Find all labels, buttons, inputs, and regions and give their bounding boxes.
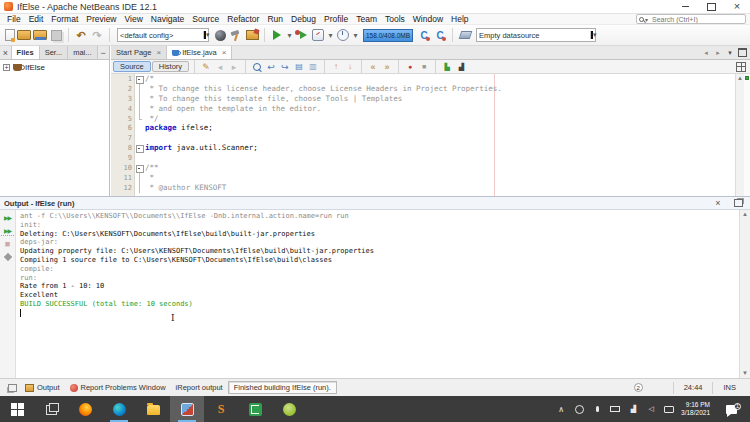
menu-view[interactable]: View: [121, 14, 147, 25]
close-tab-icon[interactable]: ×: [156, 48, 161, 57]
new-file-icon[interactable]: [4, 28, 15, 42]
status-button-output[interactable]: Output: [25, 383, 60, 392]
new-project-icon[interactable]: [17, 28, 31, 42]
dropdown-icon[interactable]: [352, 28, 359, 42]
eraser-icon[interactable]: [458, 28, 472, 42]
taskbar-firefox-button[interactable]: [68, 396, 102, 422]
close-button[interactable]: [725, 0, 749, 14]
dropdown-icon[interactable]: [327, 28, 334, 42]
next-bookmark-icon[interactable]: [381, 61, 393, 73]
taskbar-start-button[interactable]: [0, 396, 34, 422]
code-editor[interactable]: 1/*2 * To change this license header, ch…: [111, 74, 750, 196]
find-icon[interactable]: [251, 61, 263, 73]
code-line[interactable]: 7: [111, 133, 750, 143]
run-icon[interactable]: [270, 28, 284, 42]
tray-expand-icon[interactable]: [556, 404, 566, 414]
output-scrollbar[interactable]: ▲ ▼: [739, 210, 750, 378]
taskbar-netbeans-button[interactable]: [170, 396, 204, 422]
taskbar-app-s-button[interactable]: [204, 396, 238, 422]
record-macro-icon[interactable]: [404, 61, 416, 73]
taskbar-task-view-button[interactable]: [34, 396, 68, 422]
split-editor-icon[interactable]: [735, 61, 747, 73]
clean-build-icon[interactable]: [245, 28, 259, 42]
gc-2-icon[interactable]: [433, 28, 447, 42]
scroll-up-icon[interactable]: ▲: [736, 74, 744, 82]
menu-tools[interactable]: Tools: [381, 14, 409, 25]
no-errors-badge[interactable]: [745, 76, 749, 80]
editor-scrollbar[interactable]: ▲: [735, 74, 744, 196]
stop-macro-icon[interactable]: [418, 61, 430, 73]
action-center-button[interactable]: 1: [716, 405, 746, 414]
debug-icon[interactable]: [295, 28, 309, 42]
menu-window[interactable]: Window: [409, 14, 447, 25]
scroll-up-icon[interactable]: ▲: [740, 210, 750, 219]
uncomment-icon[interactable]: [455, 61, 467, 73]
maximize-view-icon[interactable]: [737, 46, 747, 60]
taskbar-app-e-button[interactable]: [238, 396, 272, 422]
taskbar-edge-button[interactable]: [102, 396, 136, 422]
menu-help[interactable]: Help: [447, 14, 472, 25]
fold-marker[interactable]: [132, 74, 145, 84]
prev-occurrence-icon[interactable]: [330, 61, 342, 73]
menu-source[interactable]: Source: [188, 14, 223, 25]
back-arrow-icon[interactable]: [265, 61, 277, 73]
close-output-icon[interactable]: [711, 196, 725, 210]
code-line[interactable]: 1/*: [111, 74, 750, 84]
tab-scroll-left-icon[interactable]: [701, 46, 711, 60]
taskbar-app-globe-button[interactable]: [272, 396, 306, 422]
fold-marker[interactable]: [132, 163, 145, 173]
datasource-select[interactable]: Empty datasource ▾: [476, 28, 596, 42]
explorer-tab-ser[interactable]: Ser...: [40, 46, 69, 59]
open-project-icon[interactable]: [33, 28, 47, 42]
next-occurrence-icon[interactable]: [344, 61, 356, 73]
rerun-icon[interactable]: [1, 212, 14, 223]
output-text[interactable]: ant -f C:\\Users\\KENSOFT\\Documents\\If…: [20, 212, 738, 378]
dock-window-icon[interactable]: [5, 381, 19, 395]
history-clock-icon[interactable]: [336, 28, 350, 42]
menu-navigate[interactable]: Navigate: [147, 14, 189, 25]
prev-bookmark-icon[interactable]: [367, 61, 379, 73]
volume-icon[interactable]: [646, 404, 656, 414]
tab-list-dropdown-icon[interactable]: [725, 46, 735, 60]
copy-history-icon[interactable]: [293, 61, 305, 73]
explorer-tab-mai[interactable]: mai...: [68, 46, 97, 59]
output-header[interactable]: Output - IfElse (run): [0, 197, 750, 210]
close-tab-icon[interactable]: ×: [222, 48, 227, 57]
code-line[interactable]: 10/**: [111, 163, 750, 173]
menu-format[interactable]: Format: [47, 14, 82, 25]
view-button-source[interactable]: Source: [113, 61, 151, 72]
search-box[interactable]: ▾: [636, 14, 746, 24]
forward-arrow-icon[interactable]: [279, 61, 291, 73]
code-line[interactable]: 3 * To change this template file, choose…: [111, 94, 750, 104]
code-line[interactable]: 9: [111, 153, 750, 163]
editor-tab-ifelsejava[interactable]: IfElse.java×: [167, 46, 232, 59]
explorer-tab-files[interactable]: Files: [12, 46, 40, 59]
dropdown-icon[interactable]: [286, 28, 293, 42]
minimize-panel-icon[interactable]: −: [98, 46, 110, 59]
build-icon[interactable]: [229, 28, 243, 42]
touch-keyboard-icon[interactable]: [664, 404, 674, 414]
rerun-params-icon[interactable]: [1, 225, 14, 236]
next-edit-icon[interactable]: [228, 61, 240, 73]
code-line[interactable]: 5 */: [111, 114, 750, 124]
code-line[interactable]: 12 * @author KENSOFT: [111, 183, 750, 193]
battery-icon[interactable]: [610, 404, 620, 414]
undo-icon[interactable]: [74, 28, 88, 42]
redo-icon[interactable]: [90, 28, 104, 42]
fold-marker[interactable]: [132, 143, 145, 153]
code-line[interactable]: 6package ifelse;: [111, 123, 750, 133]
menu-refactor[interactable]: Refactor: [223, 14, 263, 25]
stop-icon[interactable]: [1, 238, 14, 249]
status-button-ireport-output[interactable]: iReport output: [176, 383, 223, 392]
taskbar-clock[interactable]: 9:16 PM 3/18/2021: [681, 401, 710, 417]
code-line[interactable]: 4 * and open the template in the editor.: [111, 104, 750, 114]
deploy-icon[interactable]: [213, 28, 227, 42]
profile-icon[interactable]: [311, 28, 325, 42]
menu-file[interactable]: File: [3, 14, 25, 25]
close-panel-icon[interactable]: ×: [0, 46, 12, 59]
menu-run[interactable]: Run: [263, 14, 287, 25]
taskbar-file-explorer-button[interactable]: [136, 396, 170, 422]
notification-count-badge[interactable]: 2: [634, 383, 643, 392]
gc-1-icon[interactable]: [417, 28, 431, 42]
code-line[interactable]: 11 *: [111, 173, 750, 183]
